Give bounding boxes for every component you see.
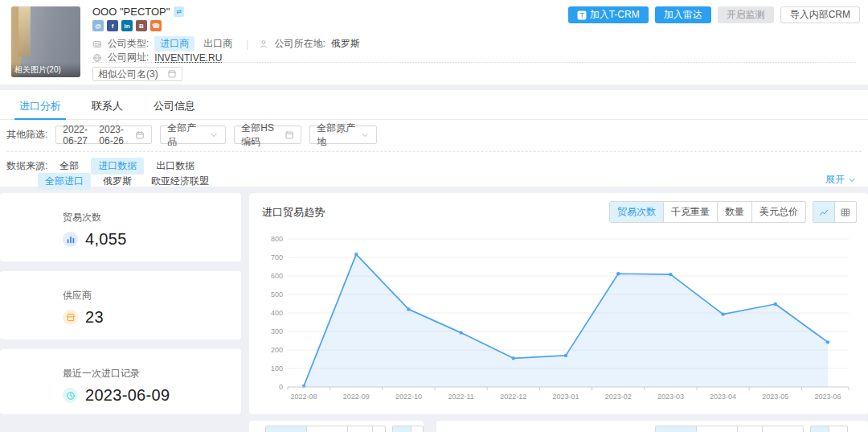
related-images-label[interactable]: 相关图片(20) xyxy=(11,63,80,77)
panel-icon xyxy=(285,130,294,140)
product-select[interactable]: 全部产品 xyxy=(160,125,226,144)
metric-toggle[interactable]: 贸易次数 xyxy=(656,426,696,432)
chart-view-toggle[interactable] xyxy=(393,426,411,432)
expand-toggle[interactable]: 展开 xyxy=(825,173,857,187)
data-source-option[interactable]: 全部进口 xyxy=(38,173,91,190)
action-button[interactable]: 导入内部CRM xyxy=(780,6,860,23)
location-value: 俄罗斯 xyxy=(331,37,360,51)
chevron-down-icon xyxy=(360,130,370,140)
company-type-import-tag[interactable]: 进口商 xyxy=(154,36,194,51)
date-end: 2023-06-26 xyxy=(99,124,130,146)
svg-text:2023-02: 2023-02 xyxy=(605,393,632,401)
origin-select[interactable]: 全部原产地 xyxy=(309,125,377,144)
data-source-label: 数据来源: xyxy=(6,159,47,173)
idcard-icon xyxy=(92,39,102,49)
metric-toggle[interactable]: 贸易次数 xyxy=(610,202,663,222)
svg-text:2023-06: 2023-06 xyxy=(814,393,841,401)
chart-view-toggle[interactable] xyxy=(813,202,834,222)
data-source-option[interactable]: 全部 xyxy=(52,158,86,175)
metric-toggle-group: 贸易次数千克重量数量美元总价 xyxy=(655,426,804,432)
svg-text:2022-09: 2022-09 xyxy=(343,393,370,401)
tab-item[interactable]: 公司信息 xyxy=(149,90,200,119)
metric-toggle[interactable]: 千克重量 xyxy=(663,202,717,222)
svg-text:100: 100 xyxy=(271,364,283,372)
stat-value: 23 xyxy=(85,308,104,327)
vk-icon[interactable]: B xyxy=(136,20,147,31)
stat-card: 贸易次数4,055 xyxy=(0,193,241,261)
svg-text:2022-10: 2022-10 xyxy=(395,393,422,401)
chart-view-toggle[interactable] xyxy=(811,426,829,432)
chart-title: 进口贸易趋势 xyxy=(262,205,325,220)
facebook-icon[interactable]: f xyxy=(107,20,118,31)
email-icon[interactable]: @ xyxy=(92,20,104,31)
location-label: 公司所在地: xyxy=(274,37,325,51)
metric-toggle[interactable]: 美元总价 xyxy=(751,202,805,222)
svg-text:2022-11: 2022-11 xyxy=(448,393,473,401)
action-button[interactable]: 加入雷达 xyxy=(655,6,711,23)
location-icon xyxy=(259,39,268,49)
metric-toggle[interactable]: 贸易次数 xyxy=(266,426,306,432)
tab-active[interactable]: 进口分析 xyxy=(14,90,66,119)
table-view-toggle[interactable] xyxy=(829,426,847,432)
trend-chart-card: 进口贸易趋势 贸易次数千克重量数量美元总价 010020030040050060… xyxy=(249,193,868,414)
bar-chart-icon xyxy=(63,232,78,247)
linkedin-icon[interactable]: in xyxy=(121,20,133,31)
bottom-left-chart-card: 贸易次数千克重量数量美元总价 xyxy=(249,421,424,432)
metric-toggle[interactable]: 数量 xyxy=(347,426,372,432)
svg-text:200: 200 xyxy=(271,346,283,354)
data-source-row: 数据来源: 全部进口数据出口数据 xyxy=(6,158,202,175)
clock-icon xyxy=(63,388,78,403)
calendar-icon xyxy=(135,130,145,140)
stat-card: 最近一次进口记录2023-06-09 xyxy=(0,349,241,414)
table-view-toggle[interactable] xyxy=(834,202,856,222)
chart-controls: 贸易次数千克重量数量美元总价 xyxy=(609,201,857,223)
svg-text:800: 800 xyxy=(271,235,283,243)
similar-company-select[interactable]: 相似公司名(3) xyxy=(92,67,182,81)
svg-text:400: 400 xyxy=(271,309,283,317)
tab-item[interactable]: 联系人 xyxy=(87,90,128,119)
stat-value: 4,055 xyxy=(85,230,127,249)
stat-label: 供应商 xyxy=(63,289,241,302)
svg-text:2023-03: 2023-03 xyxy=(657,393,684,401)
svg-text:2023-05: 2023-05 xyxy=(762,393,788,401)
tab-bar: 进口分析联系人公司信息 xyxy=(0,90,868,120)
table-view-toggle[interactable] xyxy=(411,426,424,432)
action-button[interactable]: 开启监测 xyxy=(718,6,774,23)
import-trend-line-chart[interactable]: 01002003004005006007008002022-082022-092… xyxy=(256,229,862,413)
translate-icon[interactable]: ⇄ xyxy=(174,6,184,17)
svg-text:500: 500 xyxy=(271,290,283,298)
filter-label: 其他筛选: xyxy=(6,128,47,142)
company-header: 相关图片(20) OOO "PECTOP" ⇄ @finB☎ 公司类型: 进口商… xyxy=(0,0,868,84)
data-source-sub-options: 全部进口俄罗斯欧亚经济联盟 xyxy=(38,173,216,190)
dotted-divider xyxy=(92,62,856,63)
metric-toggle[interactable]: 数量 xyxy=(737,426,762,432)
social-icons: @finB☎ xyxy=(92,20,162,31)
chart-header: 进口贸易趋势 贸易次数千克重量数量美元总价 xyxy=(249,193,868,228)
data-source-option[interactable]: 俄罗斯 xyxy=(96,173,139,190)
phone-icon[interactable]: ☎ xyxy=(150,20,162,31)
company-meta-row: 公司类型: 进口商 出口商 | 公司所在地: 俄罗斯 xyxy=(92,36,360,51)
data-source-option[interactable]: 出口数据 xyxy=(149,158,202,175)
company-type-label: 公司类型: xyxy=(108,37,149,51)
metric-toggle[interactable]: 美元总价 xyxy=(762,426,803,432)
action-button[interactable]: T加入T-CRM xyxy=(568,6,649,23)
company-type-export-tag[interactable]: 出口商 xyxy=(200,36,235,51)
dashed-divider xyxy=(6,151,862,152)
metric-toggle[interactable]: 美元总价 xyxy=(372,426,386,432)
stat-card: 供应商23 xyxy=(0,271,241,339)
svg-text:T: T xyxy=(579,11,583,19)
company-photo[interactable]: 相关图片(20) xyxy=(11,6,80,77)
metric-toggle[interactable]: 千克重量 xyxy=(306,426,347,432)
metric-toggle[interactable]: 千克重量 xyxy=(696,426,737,432)
hs-code-select[interactable]: 全部HS编码 xyxy=(234,125,301,144)
data-source-option[interactable]: 欧亚经济联盟 xyxy=(144,173,216,190)
stat-value: 2023-06-09 xyxy=(85,386,170,405)
globe-icon xyxy=(92,53,102,63)
data-source-option[interactable]: 进口数据 xyxy=(91,158,144,175)
date-range-picker[interactable]: 2022-06-27 2023-06-26 xyxy=(55,125,152,144)
metric-toggle[interactable]: 数量 xyxy=(717,202,751,222)
filter-row: 其他筛选: 2022-06-27 2023-06-26 全部产品 全部HS编码 … xyxy=(6,125,377,144)
svg-text:2022-12: 2022-12 xyxy=(500,393,526,401)
company-name: OOO "PECTOP" ⇄ xyxy=(92,6,184,18)
shop-icon xyxy=(63,310,78,325)
